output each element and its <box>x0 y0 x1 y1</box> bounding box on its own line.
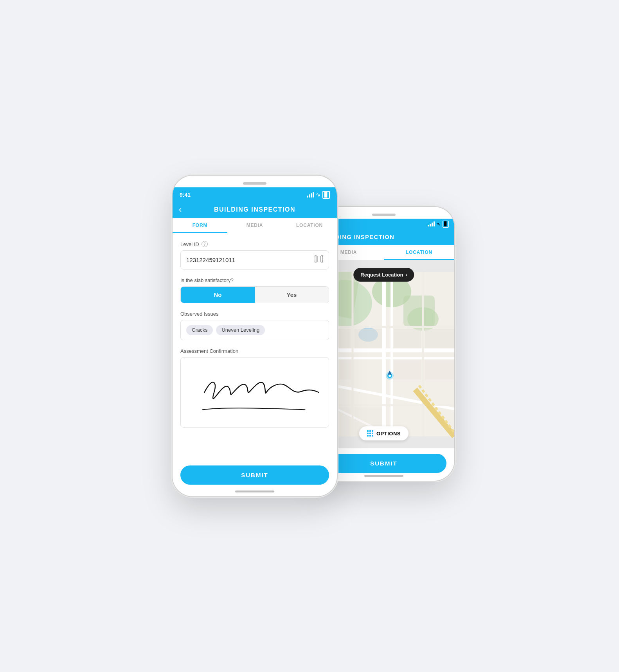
svg-rect-36 <box>320 256 321 262</box>
phone1-top-bar <box>173 176 337 187</box>
slab-toggle: No Yes <box>180 286 329 303</box>
level-id-field: Level ID ? 123122459121011 <box>180 241 329 270</box>
tab-media[interactable]: MEDIA <box>227 218 282 233</box>
tab-location-phone2[interactable]: LOCATION <box>384 245 454 260</box>
tag-uneven-leveling[interactable]: Uneven Leveling <box>216 325 265 335</box>
back-button[interactable]: ‹ <box>179 205 182 215</box>
phone2-speaker <box>372 214 396 216</box>
signature-box[interactable] <box>180 357 329 428</box>
level-id-input[interactable]: 123122459121011 <box>180 250 329 270</box>
assessment-label: Assessment Confirmation <box>180 348 329 354</box>
tag-cracks[interactable]: Cracks <box>186 325 213 335</box>
phone2-submit-button[interactable]: SUBMIT <box>321 454 446 473</box>
status-bar: 9:41 ∿ ▊ <box>173 187 337 202</box>
status-icons: ∿ ▊ <box>307 191 330 199</box>
slab-field: Is the slab satisfactory? No Yes <box>180 277 329 303</box>
tab-form[interactable]: FORM <box>173 218 227 233</box>
level-id-label: Level ID ? <box>180 241 329 247</box>
phone2-status-icons: ∿ ▊ <box>428 221 449 227</box>
issues-field: Observed Issues Cracks Uneven Leveling <box>180 311 329 340</box>
battery-icon: ▊ <box>322 191 330 199</box>
form-tabs: FORM MEDIA LOCATION <box>173 218 337 233</box>
svg-rect-34 <box>317 256 318 262</box>
battery-icon: ▊ <box>443 221 449 227</box>
svg-rect-5 <box>403 296 435 327</box>
app-header: ‹ BUILDING INSPECTION <box>173 202 337 218</box>
chevron-right-icon: › <box>405 272 407 278</box>
tab-location[interactable]: LOCATION <box>282 218 337 233</box>
status-time: 9:41 <box>180 192 191 198</box>
phone1-home-bar <box>235 491 274 492</box>
options-button[interactable]: OPTIONS <box>359 426 408 440</box>
request-location-button[interactable]: Request Location › <box>353 268 414 282</box>
phone2-home-bar <box>364 475 403 477</box>
slab-label: Is the slab satisfactory? <box>180 277 329 283</box>
svg-rect-22 <box>425 329 454 349</box>
options-label: OPTIONS <box>376 431 401 437</box>
signal-icon <box>307 192 314 198</box>
svg-rect-24 <box>394 360 421 380</box>
request-location-label: Request Location <box>360 272 403 278</box>
wifi-icon: ∿ <box>437 221 441 227</box>
slab-yes-button[interactable]: Yes <box>255 287 329 303</box>
phone1-speaker <box>243 182 266 185</box>
submit-bar: SUBMIT <box>180 465 329 485</box>
form-content: Level ID ? 123122459121011 <box>173 233 337 496</box>
scene: ∿ ▊ BUILDING INSPECTION MEDIA LOCATION <box>149 160 470 512</box>
wifi-icon: ∿ <box>316 192 320 198</box>
grid-icon <box>367 430 373 437</box>
signature-svg <box>181 358 329 427</box>
svg-rect-21 <box>394 329 421 349</box>
svg-rect-20 <box>354 329 382 349</box>
help-icon[interactable]: ? <box>202 241 208 247</box>
phone-form: 9:41 ∿ ▊ ‹ BUILDING INSPECTION <box>173 176 337 496</box>
assessment-field: Assessment Confirmation <box>180 348 329 428</box>
slab-no-button[interactable]: No <box>181 287 255 303</box>
phone1-submit-button[interactable]: SUBMIT <box>180 465 329 485</box>
barcode-icon <box>315 255 323 264</box>
svg-point-30 <box>389 375 391 377</box>
svg-rect-25 <box>425 360 454 380</box>
level-id-value: 123122459121011 <box>186 257 235 263</box>
header-title: BUILDING INSPECTION <box>214 206 295 213</box>
issues-label: Observed Issues <box>180 311 329 317</box>
svg-rect-35 <box>319 256 319 262</box>
svg-rect-33 <box>316 256 317 262</box>
signal-icon <box>428 221 435 226</box>
issues-tags-container[interactable]: Cracks Uneven Leveling <box>180 320 329 340</box>
